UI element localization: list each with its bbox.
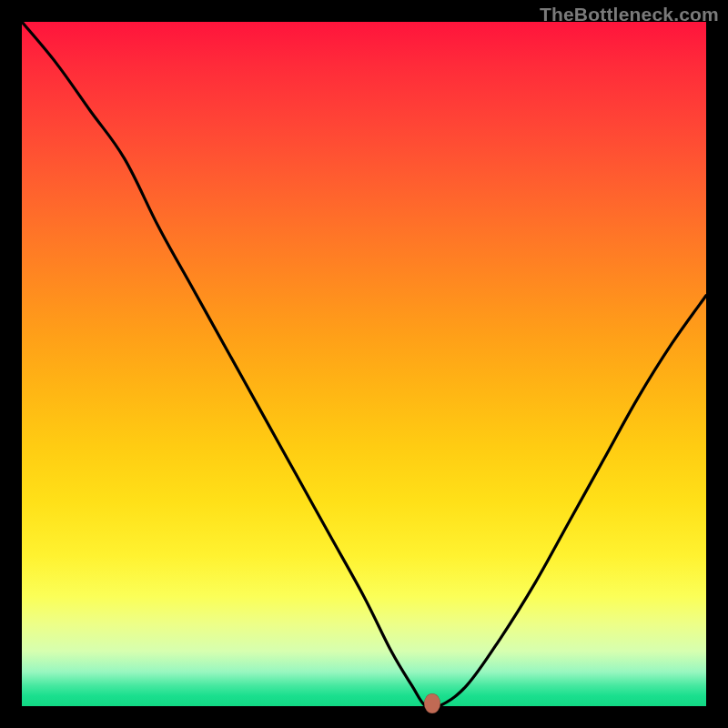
chart-frame: TheBottleneck.com xyxy=(0,0,728,728)
plot-area xyxy=(22,22,706,706)
bottleneck-curve xyxy=(22,22,706,706)
optimum-marker xyxy=(424,693,440,713)
